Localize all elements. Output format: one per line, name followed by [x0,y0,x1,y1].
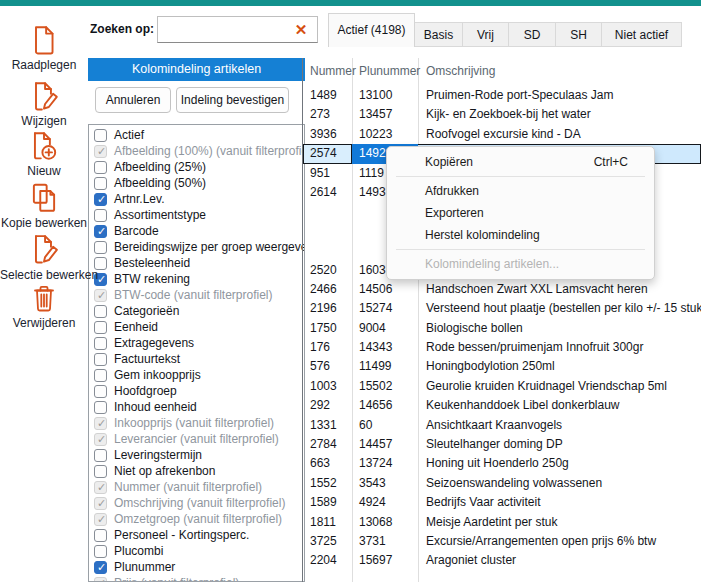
column-option[interactable]: Bereidingswijze per groep weergeven [94,239,304,255]
cell-omschrijving[interactable]: Sleutelhanger doming DP [418,435,701,454]
column-option[interactable]: Categorieën [94,303,304,319]
cell-plunummer[interactable]: 13724 [352,454,418,473]
cell-nummer[interactable]: 2614 [303,183,352,202]
cell-nummer[interactable]: 2784 [303,435,352,454]
column-option[interactable]: Afbeelding (100%) (vanuit filterprofiel) [94,143,304,159]
column-option[interactable]: Prijs (vanuit filterprofiel) [94,575,304,582]
column-header-plunummer[interactable]: Plunummer [352,60,418,82]
cell-omschrijving[interactable]: Honing uit Hoenderlo 250g [418,454,701,473]
checkbox-icon[interactable] [94,385,107,398]
cell-nummer[interactable]: 951 [303,164,352,183]
cell-nummer[interactable]: 292 [303,396,352,415]
cell-plunummer[interactable]: 11499 [352,357,418,376]
checkbox-icon[interactable] [94,369,107,382]
checkbox-icon[interactable] [94,177,107,190]
cell-omschrijving[interactable]: Pruimen-Rode port-Speculaas Jam [418,86,701,105]
cell-plunummer[interactable]: 13457 [352,105,418,124]
cell-plunummer[interactable]: 13068 [352,513,418,532]
context-menu-item[interactable] [396,249,645,250]
column-option[interactable]: Afbeelding (50%) [94,175,304,191]
column-option[interactable]: Omschrijving (vanuit filterprofiel) [94,495,304,511]
cell-plunummer[interactable]: 14656 [352,396,418,415]
cell-nummer[interactable]: 176 [303,338,352,357]
cell-omschrijving[interactable]: Excursie/Arrangementen open prijs 6% btw [418,532,701,551]
sidebar-item-wijzigen[interactable]: Wijzigen [0,80,88,128]
cell-nummer[interactable]: 3936 [303,125,352,144]
table-row[interactable]: 1552 3543 Seizoenswandeling volwassenen [303,474,701,493]
cell-plunummer[interactable]: 60 [352,416,418,435]
checkbox-icon[interactable] [94,481,107,494]
cell-nummer[interactable] [303,241,352,260]
sidebar-item-verwijderen[interactable]: Verwijderen [0,282,88,330]
cell-nummer[interactable]: 2196 [303,299,352,318]
checkbox-icon[interactable] [94,545,107,558]
checkbox-icon[interactable] [94,561,107,574]
cell-omschrijving[interactable]: Ansichtkaart Kraanvogels [418,416,701,435]
column-option[interactable]: Besteleenheid [94,255,304,271]
column-option[interactable]: Personeel - Kortingsperc. [94,527,304,543]
table-row[interactable]: 1750 9004 Biologische bollen [303,319,701,338]
tab-sh[interactable]: SH [556,22,602,47]
column-header-nummer[interactable]: Nummer [303,60,352,82]
checkbox-icon[interactable] [94,513,107,526]
cell-nummer[interactable]: 2466 [303,280,352,299]
column-option[interactable]: BTW-code (vanuit filterprofiel) [94,287,304,303]
cell-plunummer[interactable]: 15502 [352,377,418,396]
clear-search-icon[interactable]: ✕ [290,19,312,41]
context-menu-item[interactable]: Afdrukken [387,180,654,202]
checkbox-icon[interactable] [94,353,107,366]
cell-nummer[interactable]: 2520 [303,261,352,280]
cell-omschrijving[interactable]: Kijk- en Zoekboek-bij het water [418,105,701,124]
column-option[interactable]: Barcode [94,223,304,239]
checkbox-icon[interactable] [94,433,107,446]
checkbox-icon[interactable] [94,449,107,462]
checkbox-icon[interactable] [94,161,107,174]
cell-omschrijving[interactable]: Versteend hout plaatje (bestellen per ki… [418,299,701,318]
cell-plunummer[interactable]: 9004 [352,319,418,338]
confirm-layout-button[interactable]: Indeling bevestigen [176,87,289,113]
checkbox-icon[interactable] [94,529,107,542]
table-row[interactable]: 176 14343 Rode bessen/pruimenjam Innofru… [303,338,701,357]
column-option[interactable]: Leverancier (vanuit filterprofiel) [94,431,304,447]
column-option[interactable]: Niet op afrekenbon [94,463,304,479]
column-header-omschrijving[interactable]: Omschrijving [418,60,701,82]
checkbox-icon[interactable] [94,577,107,582]
context-menu-item[interactable]: Kolomindeling artikelen... [387,253,654,275]
column-option[interactable]: BTW rekening [94,271,304,287]
cell-plunummer[interactable]: 3543 [352,474,418,493]
column-option[interactable]: Hoofdgroep [94,383,304,399]
table-row[interactable]: 292 14656 Keukenhanddoek Libel donkerbla… [303,396,701,415]
tab-niet-actief[interactable]: Niet actief [602,22,682,47]
table-row[interactable]: 273 13457 Kijk- en Zoekboek-bij het wate… [303,105,701,124]
context-menu-item[interactable] [396,176,645,177]
tab-basis[interactable]: Basis [415,22,463,47]
checkbox-icon[interactable] [94,209,107,222]
table-row[interactable]: 1331 60 Ansichtkaart Kraanvogels [303,416,701,435]
column-option[interactable]: Plunummer [94,559,304,575]
table-row[interactable]: 3936 10223 Roofvogel excursie kind - DA [303,125,701,144]
sidebar-item-selectie-bewerken[interactable]: Selectie bewerken [0,232,88,282]
cell-plunummer[interactable]: 3731 [352,532,418,551]
table-row[interactable]: 663 13724 Honing uit Hoenderlo 250g [303,454,701,473]
table-row[interactable]: 1589 4924 Bedrijfs Vaar activiteit [303,493,701,512]
column-option[interactable]: Eenheid [94,319,304,335]
context-menu-item[interactable]: Kopiëren Ctrl+C [387,151,654,173]
table-row[interactable]: 2784 14457 Sleutelhanger doming DP [303,435,701,454]
checkbox-icon[interactable] [94,321,107,334]
column-option[interactable]: Extragegevens [94,335,304,351]
checkbox-icon[interactable] [94,129,107,142]
cell-nummer[interactable]: 663 [303,454,352,473]
checkbox-icon[interactable] [94,225,107,238]
cell-plunummer[interactable]: 14506 [352,280,418,299]
cell-omschrijving[interactable]: Handschoen Zwart XXL Lamsvacht heren [418,280,701,299]
cell-omschrijving[interactable]: Rode bessen/pruimenjam Innofruit 300gr [418,338,701,357]
cell-nummer[interactable]: 2574 [303,144,352,163]
cell-plunummer[interactable]: 14457 [352,435,418,454]
cell-omschrijving[interactable]: Roofvogel excursie kind - DA [418,125,701,144]
cell-nummer[interactable]: 1750 [303,319,352,338]
sidebar-item-nieuw[interactable]: Nieuw [0,130,88,178]
column-option[interactable]: Gem inkoopprijs [94,367,304,383]
cell-plunummer[interactable]: 4924 [352,493,418,512]
cell-nummer[interactable]: 1003 [303,377,352,396]
checkbox-icon[interactable] [94,241,107,254]
